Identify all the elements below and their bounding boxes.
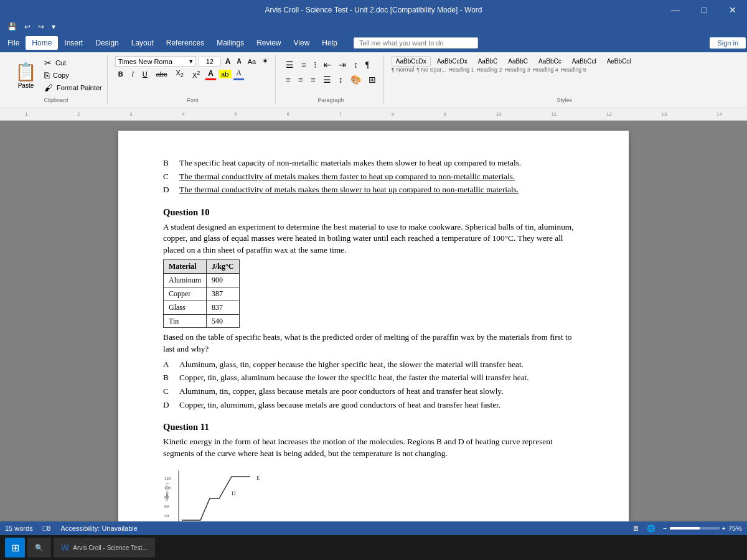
paragraph-group: ☰ ≡ ⁝ ⇤ ⇥ ↕ ¶ ≡ ≡ ≡ ☰ ↕ 🎨 ⊞ Paragraph <box>278 55 384 105</box>
font-label: Font <box>115 95 270 103</box>
style-normal[interactable]: AaBbCcDx <box>392 56 431 67</box>
copy-button[interactable]: ⎘ Copy <box>44 70 102 81</box>
style-heading1[interactable]: AaBbC <box>474 56 502 67</box>
view-print-icon[interactable]: 🖹 <box>632 525 639 532</box>
value-aluminum: 900 <box>207 274 239 287</box>
menu-insert[interactable]: Insert <box>58 36 89 50</box>
q10-label: Question 10 <box>163 206 584 219</box>
document-area: B The specific heat capacity of non-meta… <box>0 121 747 521</box>
zoom-out-button[interactable]: − <box>663 525 667 532</box>
font-color-button[interactable]: A <box>205 68 216 80</box>
format-painter-button[interactable]: 🖌 Format Painter <box>44 82 102 93</box>
menu-file[interactable]: File <box>1 36 26 50</box>
start-button[interactable]: ⊞ <box>5 538 25 558</box>
paste-button[interactable]: 📋 Paste <box>10 60 42 90</box>
q11-text: Kinetic energy in the form of heat incre… <box>163 436 584 459</box>
value-glass: 837 <box>207 301 239 314</box>
line-spacing-button[interactable]: ↕ <box>336 74 345 86</box>
table-header-2: J/kg°C <box>207 260 239 274</box>
align-center-button[interactable]: ≡ <box>296 74 306 86</box>
close-button[interactable]: ✕ <box>718 0 747 20</box>
tell-me-input[interactable] <box>354 37 478 49</box>
underline-button[interactable]: U <box>139 69 151 79</box>
maximize-button[interactable]: □ <box>690 0 718 20</box>
strikethrough-button[interactable]: abc <box>153 69 171 79</box>
status-right: 🖹 🌐 − + 75% <box>632 525 742 533</box>
font-name-dropdown[interactable]: Times New Roma ▾ <box>115 56 196 67</box>
style-heading2[interactable]: AaBbC <box>504 56 532 67</box>
decrease-indent-button[interactable]: ⇤ <box>321 58 334 72</box>
menu-view[interactable]: View <box>288 36 316 50</box>
save-quick-btn[interactable]: 💾 <box>5 22 19 32</box>
menu-layout[interactable]: Layout <box>125 36 160 50</box>
svg-text:E: E <box>256 475 260 481</box>
minimize-button[interactable]: — <box>661 0 690 20</box>
word-count: 15 words <box>5 525 33 532</box>
justify-button[interactable]: ☰ <box>321 73 334 86</box>
q10-c-letter: C <box>163 386 173 398</box>
multilevel-button[interactable]: ⁝ <box>311 58 319 72</box>
sort-button[interactable]: ↕ <box>351 59 360 72</box>
increase-indent-button[interactable]: ⇥ <box>336 58 349 72</box>
style-no-spacing[interactable]: AaBbCcDx <box>433 56 472 67</box>
font-group: Times New Roma ▾ 12 A A Aa ✶ B I U abc X… <box>110 55 276 105</box>
q10-based-text: Based on the table of specific heats, wh… <box>163 332 584 355</box>
menu-review[interactable]: Review <box>250 36 287 50</box>
show-formatting-button[interactable]: ¶ <box>363 59 372 72</box>
zoom-slider[interactable] <box>670 527 720 530</box>
view-web-icon[interactable]: 🌐 <box>647 525 655 533</box>
taskbar-search[interactable]: 🔍 <box>27 538 51 558</box>
answer-letter-b: B <box>163 157 173 169</box>
answer-letter-c: C <box>163 171 173 183</box>
style-h3-label: Heading 3 <box>505 67 530 73</box>
grow-font-button[interactable]: A <box>223 57 233 67</box>
numbering-button[interactable]: ≡ <box>299 59 309 72</box>
subscript-button[interactable]: X2 <box>172 68 186 80</box>
q10-c-text: Aluminum, tin, copper, glass because met… <box>179 386 584 398</box>
cut-button[interactable]: ✂ Cut <box>44 57 102 68</box>
align-left-button[interactable]: ≡ <box>283 74 293 86</box>
bold-button[interactable]: B <box>115 69 126 79</box>
shrink-font-button[interactable]: A <box>235 57 243 65</box>
menu-design[interactable]: Design <box>89 36 125 50</box>
menu-help[interactable]: Help <box>316 36 344 50</box>
style-heading5[interactable]: AeBbCcl <box>603 56 636 67</box>
menu-mailings[interactable]: Mailings <box>210 36 250 50</box>
menu-references[interactable]: References <box>160 36 210 50</box>
chart-svg: 20 40 60 80 100 120 D E Time (min) Temp … <box>163 464 288 521</box>
borders-button[interactable]: ⊞ <box>366 73 378 86</box>
highlight-button[interactable]: ab <box>218 70 231 78</box>
menu-home[interactable]: Home <box>26 36 58 50</box>
style-heading3[interactable]: AaBbCc <box>534 56 566 67</box>
svg-text:120: 120 <box>164 476 171 481</box>
sign-in-button[interactable]: Sign in <box>710 37 746 49</box>
change-case-button[interactable]: Aa <box>246 57 258 66</box>
answer-text-b: The specific heat capacity of non-metall… <box>179 157 584 169</box>
q10-a-letter: A <box>163 359 173 371</box>
font-size-input[interactable]: 12 <box>199 57 221 67</box>
style-h1-label: Heading 1 <box>449 67 474 73</box>
redo-quick-btn[interactable]: ↪ <box>35 22 47 32</box>
ribbon: 📋 Paste ✂ Cut ⎘ Copy 🖌 Format Painter Cl… <box>0 52 747 108</box>
document-page[interactable]: B The specific heat capacity of non-meta… <box>118 131 629 521</box>
superscript-button[interactable]: X2 <box>189 68 203 80</box>
q10-a-text: Aluminum, glass, tin, copper because the… <box>179 359 584 371</box>
cut-icon: ✂ <box>44 58 52 68</box>
more-quick-btn[interactable]: ▾ <box>49 22 58 32</box>
shading-button[interactable]: 🎨 <box>348 73 364 86</box>
style-heading4[interactable]: AaBbCcl <box>568 56 601 67</box>
paragraph-row2: ≡ ≡ ≡ ☰ ↕ 🎨 ⊞ <box>283 73 378 86</box>
q10-b-letter: B <box>163 372 173 384</box>
style-h5-label: Heading 5 <box>561 67 586 73</box>
taskbar-word[interactable]: W Arvis Croll - Science Test... <box>54 538 155 558</box>
align-right-button[interactable]: ≡ <box>308 74 318 86</box>
svg-text:D: D <box>232 490 236 497</box>
italic-button[interactable]: I <box>129 69 137 79</box>
zoom-percent: 75% <box>728 525 742 532</box>
zoom-in-button[interactable]: + <box>722 525 726 532</box>
font-color2-button[interactable]: A <box>233 68 244 80</box>
undo-quick-btn[interactable]: ↩ <box>22 22 33 32</box>
clipboard-group: 📋 Paste ✂ Cut ⎘ Copy 🖌 Format Painter Cl… <box>5 55 108 105</box>
bullets-button[interactable]: ☰ <box>283 58 296 72</box>
clear-format-button[interactable]: ✶ <box>260 56 270 67</box>
